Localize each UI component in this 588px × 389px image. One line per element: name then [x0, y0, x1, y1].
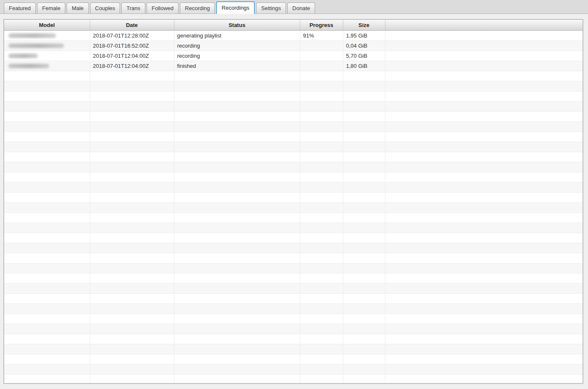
empty-table-row [4, 324, 583, 334]
empty-cell [343, 273, 385, 283]
empty-cell [174, 152, 300, 162]
size-cell: 1,95 GiB [343, 30, 385, 40]
column-header-model[interactable]: Model [4, 20, 90, 30]
empty-cell [90, 263, 174, 273]
empty-cell [174, 121, 300, 131]
empty-cell [343, 182, 385, 192]
empty-cell [90, 142, 174, 152]
empty-cell [385, 101, 583, 111]
empty-table-row [4, 91, 583, 101]
empty-cell [174, 192, 300, 202]
empty-cell [385, 253, 583, 263]
empty-cell [90, 152, 174, 162]
empty-table-row [4, 101, 583, 111]
empty-cell [385, 182, 583, 192]
empty-cell [385, 30, 583, 40]
empty-cell [343, 223, 385, 233]
empty-table-row [4, 233, 583, 243]
empty-cell [343, 192, 385, 202]
empty-cell [4, 142, 90, 152]
empty-cell [300, 111, 343, 121]
empty-cell [343, 364, 385, 374]
empty-cell [300, 364, 343, 374]
table-row[interactable]: 2018-07-01T12:04:00Z recording 5,70 GiB [4, 51, 583, 61]
empty-cell [90, 324, 174, 334]
empty-cell [385, 223, 583, 233]
empty-cell [385, 263, 583, 273]
empty-cell [174, 344, 300, 354]
empty-cell [385, 71, 583, 81]
empty-cell [300, 344, 343, 354]
empty-table-row [4, 182, 583, 192]
tab-recordings[interactable]: Recordings [216, 1, 255, 14]
empty-cell [4, 293, 90, 303]
model-cell [4, 61, 90, 71]
empty-cell [174, 334, 300, 344]
tab-female[interactable]: Female [37, 3, 65, 14]
empty-cell [385, 162, 583, 172]
tab-followed[interactable]: Followed [147, 3, 179, 14]
tab-couples[interactable]: Couples [90, 3, 120, 14]
empty-cell [300, 81, 343, 91]
empty-table-row [4, 354, 583, 364]
empty-table-row [4, 142, 583, 152]
tab-bar: Featured Female Male Couples Trans Follo… [0, 0, 588, 14]
date-cell: 2018-07-01T12:04:00Z [90, 61, 174, 71]
tab-trans[interactable]: Trans [121, 3, 145, 14]
empty-table-row [4, 162, 583, 172]
empty-table-row [4, 71, 583, 81]
table-row[interactable]: 2018-07-01T12:04:00Z finished 1,80 GiB [4, 61, 583, 71]
empty-cell [174, 364, 300, 374]
size-cell: 0,04 GiB [343, 40, 385, 51]
empty-table-row [4, 223, 583, 233]
tab-male[interactable]: Male [67, 3, 88, 14]
column-header-progress[interactable]: Progress [300, 20, 343, 30]
empty-cell [300, 172, 343, 182]
empty-cell [174, 142, 300, 152]
tab-settings[interactable]: Settings [256, 3, 286, 14]
size-cell: 5,70 GiB [343, 51, 385, 61]
empty-cell [343, 243, 385, 253]
empty-cell [300, 233, 343, 243]
empty-cell [174, 172, 300, 182]
tab-recording[interactable]: Recording [180, 3, 215, 14]
column-header-empty [385, 20, 583, 30]
empty-cell [300, 71, 343, 81]
empty-cell [174, 162, 300, 172]
date-cell: 2018-07-01T12:28:00Z [90, 30, 174, 40]
empty-cell [90, 273, 174, 283]
table-row[interactable]: 2018-07-01T12:28:00Z generating playlist… [4, 30, 583, 40]
empty-cell [4, 354, 90, 364]
empty-cell [300, 293, 343, 303]
empty-cell [343, 101, 385, 111]
empty-cell [90, 374, 174, 384]
empty-cell [385, 40, 583, 51]
empty-cell [4, 182, 90, 192]
empty-cell [385, 324, 583, 334]
empty-cell [385, 212, 583, 223]
empty-cell [300, 121, 343, 131]
empty-cell [4, 334, 90, 344]
empty-cell [300, 212, 343, 223]
empty-cell [4, 233, 90, 243]
empty-cell [300, 314, 343, 324]
column-header-status[interactable]: Status [174, 20, 300, 30]
empty-table-row [4, 192, 583, 202]
empty-cell [90, 81, 174, 91]
empty-cell [343, 162, 385, 172]
column-header-size[interactable]: Size [343, 20, 385, 30]
empty-cell [174, 273, 300, 283]
empty-cell [385, 152, 583, 162]
redacted-model-name [8, 54, 38, 58]
tab-donate[interactable]: Donate [287, 3, 315, 14]
empty-cell [343, 253, 385, 263]
empty-cell [343, 354, 385, 364]
column-header-date[interactable]: Date [90, 20, 174, 30]
empty-cell [4, 314, 90, 324]
empty-table-row [4, 283, 583, 293]
empty-cell [385, 243, 583, 253]
tab-featured[interactable]: Featured [4, 3, 36, 14]
empty-cell [343, 142, 385, 152]
table-row[interactable]: 2018-07-01T16:52:00Z recording 0,04 GiB [4, 40, 583, 51]
empty-cell [343, 202, 385, 212]
